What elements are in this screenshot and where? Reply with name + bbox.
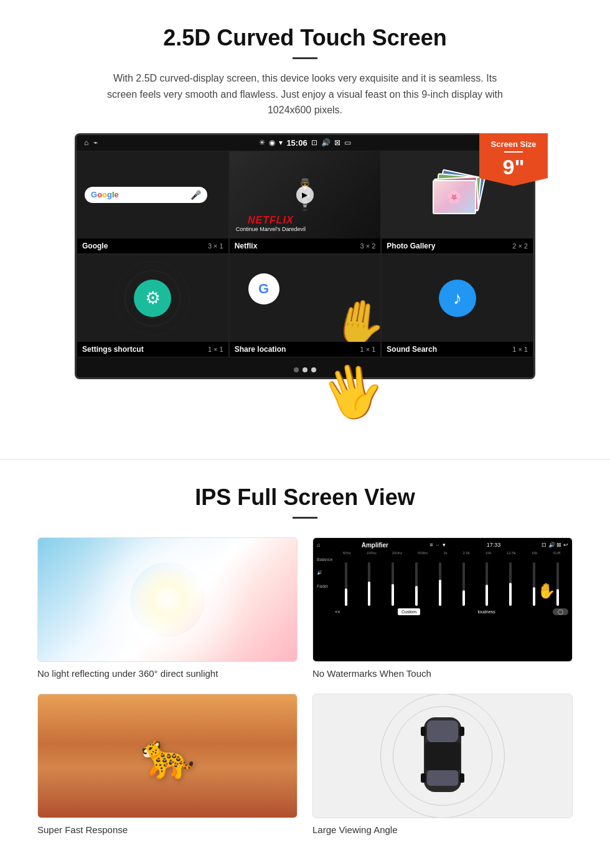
watermark-caption: No Watermarks When Touch: [312, 668, 573, 679]
feature-car: Large Viewing Angle: [312, 694, 573, 835]
amp-controls: ≡ ·· ▾: [429, 542, 445, 548]
amp-back-icon[interactable]: <<: [335, 610, 340, 614]
amp-slider-8[interactable]: [509, 562, 512, 606]
home-icon[interactable]: ⌂: [84, 138, 88, 147]
settings-app-content: ⚙: [77, 255, 228, 342]
window-icon[interactable]: ▭: [344, 138, 351, 147]
app-cell-settings[interactable]: ⚙ Settings shortcut 1 × 1: [77, 254, 229, 357]
settings-label: Settings shortcut 1 × 1: [77, 342, 228, 357]
amp-loudness-label: loudness: [478, 610, 495, 614]
amplifier-image: ⌂ Amplifier ≡ ·· ▾ 17:33 ⊡ 🔊 ⊠ ↩ Balance: [312, 537, 573, 662]
badge-divider: [504, 151, 523, 153]
google-app-content: Google 🎤: [77, 151, 228, 238]
status-time: 15:06: [286, 138, 307, 148]
amp-slider-10[interactable]: [556, 562, 559, 606]
section1-divider: [293, 57, 317, 59]
gallery-name: Photo Gallery: [387, 242, 435, 250]
share-app-content: G 🤚: [230, 255, 381, 342]
settings-bg: [77, 255, 228, 342]
hand-touch-icon: 🤚: [329, 293, 380, 342]
cheetah-visual: 🐆: [38, 694, 297, 818]
sunlight-image: [37, 537, 298, 662]
netflix-name: Netflix: [235, 242, 258, 250]
amp-footer: << Custom loudness ◯: [335, 608, 568, 615]
section2-divider: [293, 517, 317, 519]
car-visual: [313, 694, 572, 818]
share-label: Share location 1 × 1: [230, 342, 381, 357]
location-icon: ◉: [269, 138, 275, 147]
screen-size-badge: Screen Size 9": [479, 133, 548, 186]
app-cell-google[interactable]: Google 🎤 Google 3 × 1: [77, 151, 229, 254]
sunlight-visual: [38, 538, 297, 661]
volume-icon[interactable]: 🔊: [321, 138, 331, 147]
amp-toggle[interactable]: ◯: [553, 608, 568, 615]
amp-label-fader: Fader: [317, 584, 332, 588]
google-label: Google 3 × 1: [77, 238, 228, 253]
netflix-overlay: NETFLIX Continue Marvel's Daredevil: [236, 215, 306, 232]
settings-name: Settings shortcut: [82, 345, 144, 354]
car-image: [312, 694, 573, 818]
amp-slider-5[interactable]: [439, 562, 441, 606]
gallery-label: Photo Gallery 2 × 2: [382, 238, 533, 253]
amp-label-balance: Balance: [317, 557, 332, 562]
sound-icon: ♪: [439, 280, 476, 317]
cheetah-icon: 🐆: [141, 730, 195, 781]
share-name: Share location: [235, 345, 286, 354]
amp-slider-7[interactable]: [486, 562, 488, 606]
badge-label: Screen Size: [484, 139, 543, 149]
google-mic-icon[interactable]: 🎤: [190, 190, 201, 200]
x-icon[interactable]: ⊠: [334, 138, 340, 147]
netflix-app-content: 🕴 ▶ NETFLIX Continue Marvel's Daredevil: [230, 151, 381, 238]
amp-equalizer: 60hz100hz200hz500hz1k2.5k10k12.5k15kSUB: [335, 551, 568, 658]
netflix-logo: NETFLIX: [236, 215, 306, 226]
section1-title: 2.5D Curved Touch Screen: [37, 25, 573, 51]
settings-size: 1 × 1: [208, 346, 223, 353]
google-logo: Google: [91, 190, 119, 199]
camera-icon: ⊡: [311, 138, 317, 147]
amp-slider-4[interactable]: [415, 562, 418, 606]
app-grid: Google 🎤 Google 3 × 1 🕴: [77, 151, 533, 357]
dot-2[interactable]: [303, 367, 307, 372]
svg-rect-1: [427, 720, 458, 742]
netflix-label: Netflix 3 × 2: [230, 238, 381, 253]
google-size: 3 × 1: [208, 242, 223, 250]
svg-rect-2: [425, 742, 460, 770]
section2-title: IPS Full Screen View: [37, 484, 573, 511]
svg-rect-5: [459, 727, 464, 736]
google-search-bar[interactable]: Google 🎤: [85, 187, 207, 203]
svg-rect-7: [459, 773, 464, 783]
photo-stack: 🌸: [433, 170, 482, 220]
section1-desc: With 2.5D curved-display screen, this de…: [106, 70, 504, 118]
netflix-size: 3 × 2: [360, 242, 376, 250]
amp-label-speaker: 🔊: [317, 570, 332, 575]
cheetah-image: 🐆: [37, 694, 298, 818]
feature-grid: No light reflecting under 360° direct su…: [37, 537, 573, 835]
amp-action-icons: ⊡ 🔊 ⊠ ↩: [542, 542, 568, 548]
car-container: [418, 714, 467, 798]
amp-sliders: [335, 556, 568, 606]
amp-slider-3[interactable]: [392, 562, 394, 606]
amp-freq-labels: 60hz100hz200hz500hz1k2.5k10k12.5k15kSUB: [335, 551, 568, 555]
section-ips: IPS Full Screen View No light reflecting…: [0, 484, 610, 860]
amp-custom-button[interactable]: Custom: [398, 608, 420, 615]
app-cell-netflix[interactable]: 🕴 ▶ NETFLIX Continue Marvel's Daredevil …: [229, 151, 382, 254]
google-name: Google: [82, 242, 108, 250]
amp-labels: Balance 🔊 Fader: [317, 551, 332, 658]
feature-cheetah: 🐆 Super Fast Response: [37, 694, 298, 835]
share-size: 1 × 1: [360, 346, 376, 353]
app-cell-share[interactable]: G 🤚 Share location 1 × 1: [229, 254, 382, 357]
amp-header: ⌂ Amplifier ≡ ·· ▾ 17:33 ⊡ 🔊 ⊠ ↩: [317, 542, 568, 549]
photo-card-4: 🌸: [433, 180, 476, 214]
netflix-play-button[interactable]: ▶: [296, 186, 314, 204]
amp-slider-9[interactable]: [533, 562, 535, 606]
amp-slider-2[interactable]: [368, 562, 370, 606]
amp-slider-6[interactable]: [462, 562, 465, 606]
amp-content: Balance 🔊 Fader 60hz100hz200hz500hz1k2.5…: [317, 551, 568, 658]
wifi-icon: ▾: [279, 138, 283, 147]
amp-hand-icon: ✋: [537, 582, 556, 600]
statusbar: ⌂ ⌁ ✳ ◉ ▾ 15:06 ⊡ 🔊 ⊠ ▭: [77, 135, 533, 151]
amp-slider-1[interactable]: [345, 562, 347, 606]
dot-1[interactable]: [294, 367, 299, 372]
amp-eq-icon: ≡: [429, 542, 433, 548]
bluetooth-icon: ✳: [259, 138, 265, 147]
